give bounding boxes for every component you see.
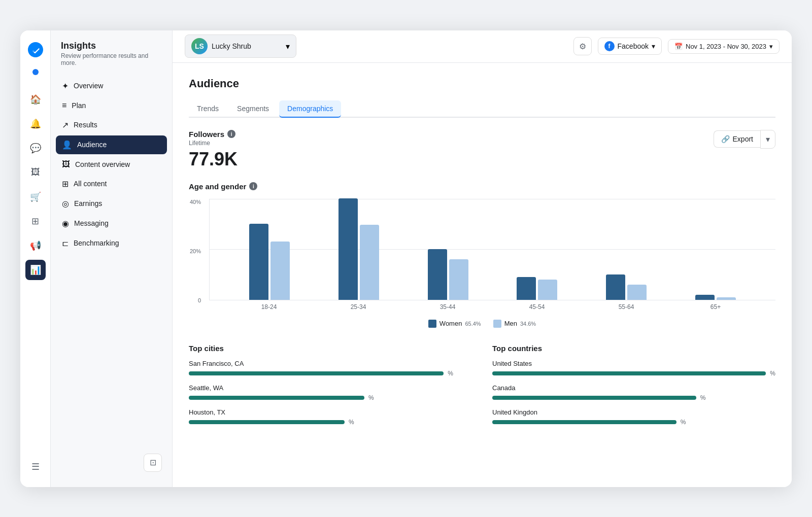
rail-chat-icon[interactable]: 💬 [25,138,46,158]
rail-table-icon[interactable]: ⊞ [25,211,46,231]
content-overview-label: Content overview [75,160,130,168]
messaging-icon: ◉ [62,219,69,228]
city-pct-0: % [448,370,453,377]
plan-label: Plan [72,101,86,110]
facebook-icon: f [604,41,615,51]
rail-bell-icon[interactable]: 🔔 [25,114,46,134]
city-name-0: San Francisco, CA [189,360,472,367]
rail-home-icon[interactable]: 🏠 [25,89,46,110]
earnings-icon: ◎ [62,199,69,209]
bar-group-25-34 [339,198,379,300]
x-axis-labels: 18-24 25-34 35-44 45-54 55-64 65+ [209,300,775,314]
followers-count: 77.9K [189,149,238,170]
city-item-0: San Francisco, CA % [189,360,472,377]
sidebar-item-earnings[interactable]: ◎ Earnings [56,194,167,213]
country-bar-2 [492,420,676,424]
overview-label: Overview [74,82,103,90]
city-item-1: Seattle, WA % [189,384,472,401]
legend-women-box [428,320,436,328]
page-selector[interactable]: LS Lucky Shrub ▾ [185,35,296,58]
city-bar-2 [189,420,345,424]
bar-men-45-54 [538,280,557,300]
followers-label: Followers i [189,130,238,139]
sidebar-item-results[interactable]: ↗ Results [56,116,167,134]
sidebar-item-content-overview[interactable]: 🖼 Content overview [56,155,167,174]
tabs: Trends Segments Demographics [189,100,775,118]
tab-segments[interactable]: Segments [229,100,277,118]
city-bar-row-1: % [189,394,472,401]
sidebar-item-all-content[interactable]: ⊞ All content [56,175,167,193]
country-bar-1 [492,396,696,400]
city-name-1: Seattle, WA [189,384,472,392]
status-dot [32,69,39,75]
sidebar: Insights Review performance results and … [51,30,173,487]
date-chevron: ▾ [769,43,773,50]
sidebar-item-overview[interactable]: ✦ Overview [56,77,167,95]
export-button[interactable]: 🔗 Export [714,130,760,148]
bar-group-18-24 [249,224,290,300]
country-name-1: Canada [492,384,775,392]
tab-demographics[interactable]: Demographics [279,100,341,118]
results-icon: ↗ [62,120,69,130]
tab-trends[interactable]: Trends [189,100,227,118]
messaging-label: Messaging [74,219,109,227]
city-name-2: Houston, TX [189,408,472,416]
rail-chart-icon[interactable]: 📊 [25,260,46,280]
sidebar-title: Insights [61,41,162,51]
audience-icon: 👤 [62,140,72,150]
content-area: Audience Trends Segments Demographics Fo… [173,63,792,487]
platform-selector[interactable]: f Facebook ▾ [598,38,662,55]
rail-menu-icon[interactable]: ☰ [25,457,46,477]
results-label: Results [74,121,97,129]
settings-button[interactable]: ⚙ [573,37,592,55]
chart-legend: Women 65.4% Men 34.6% [189,320,775,328]
country-bar-0 [492,371,766,375]
platform-chevron: ▾ [652,42,655,50]
sidebar-header: Insights Review performance results and … [51,41,172,77]
sidebar-toggle-btn[interactable]: ⊡ [144,454,162,472]
top-cities-section: Top cities San Francisco, CA % Seattle, … [189,344,472,433]
x-label-45-54: 45-54 [492,303,582,311]
bar-women-65plus [695,295,715,300]
legend-women: Women 65.4% [428,320,481,328]
rail-shop-icon[interactable]: 🛒 [25,187,46,207]
page-avatar: LS [191,38,208,54]
sidebar-item-benchmarking[interactable]: ⊏ Benchmarking [56,234,167,253]
country-item-2: United Kingdon % [492,408,775,426]
audience-label: Audience [77,141,107,149]
bottom-section: Top cities San Francisco, CA % Seattle, … [189,344,775,433]
rail-megaphone-icon[interactable]: 📢 [25,235,46,256]
city-item-2: Houston, TX % [189,408,472,426]
sidebar-item-audience[interactable]: 👤 Audience [56,135,167,154]
sidebar-item-plan[interactable]: ≡ Plan [56,96,167,115]
overview-icon: ✦ [62,81,69,91]
bar-men-18-24 [270,242,290,300]
followers-info: Followers i Lifetime 77.9K [189,130,238,170]
all-content-icon: ⊞ [62,179,69,189]
legend-men-label: Men [504,320,517,327]
bar-women-35-44 [428,249,447,300]
export-button-group: 🔗 Export ▾ [714,130,775,149]
date-range-selector[interactable]: 📅 Nov 1, 2023 - Nov 30, 2023 ▾ [668,39,780,54]
chart-title: Age and gender i [189,182,775,191]
sidebar-footer: ⊡ [51,449,172,477]
followers-section: Followers i Lifetime 77.9K 🔗 Export ▾ [189,130,775,170]
x-label-35-44: 35-44 [403,303,492,311]
page-name: Lucky Shrub [212,42,282,50]
bar-women-45-54 [517,277,536,300]
page-selector-chevron: ▾ [286,42,290,51]
country-bar-row-1: % [492,394,775,401]
x-label-25-34: 25-34 [314,303,403,311]
x-label-55-64: 55-64 [582,303,671,311]
date-range-text: Nov 1, 2023 - Nov 30, 2023 [686,43,766,50]
city-bar-1 [189,396,364,400]
sidebar-item-messaging[interactable]: ◉ Messaging [56,214,167,233]
content-overview-icon: 🖼 [62,160,70,169]
chart-info-icon: i [249,182,257,190]
country-item-1: Canada % [492,384,775,401]
page-title: Audience [189,77,775,90]
age-gender-chart-section: Age and gender i 40% 20% 0 [189,182,775,328]
city-pct-1: % [368,394,374,401]
rail-media-icon[interactable]: 🖼 [25,162,46,183]
export-dropdown-button[interactable]: ▾ [760,130,775,149]
